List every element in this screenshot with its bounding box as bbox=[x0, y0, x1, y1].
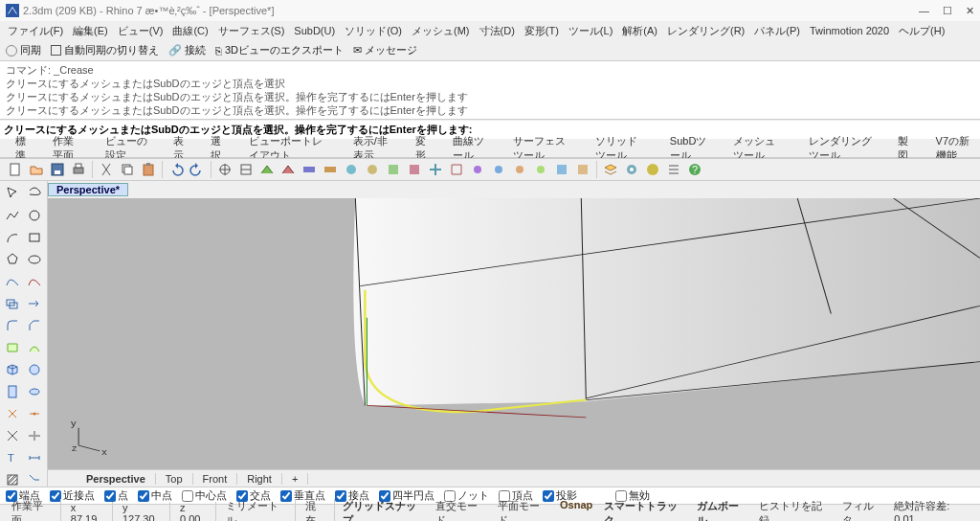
tool-icon[interactable] bbox=[215, 160, 234, 179]
status-ortho[interactable]: 直交モード bbox=[430, 499, 492, 522]
status-planar[interactable]: 平面モード bbox=[492, 499, 554, 522]
tool-icon[interactable] bbox=[447, 160, 466, 179]
circle-icon[interactable] bbox=[24, 205, 45, 226]
pointer-icon[interactable] bbox=[2, 183, 23, 204]
vptab-right[interactable]: Right bbox=[237, 473, 282, 485]
menu-panel[interactable]: パネル(P) bbox=[750, 24, 804, 38]
menu-twinmotion[interactable]: Twinmotion 2020 bbox=[806, 25, 893, 36]
tool-icon[interactable] bbox=[468, 160, 487, 179]
tool-icon[interactable] bbox=[342, 160, 361, 179]
menu-file[interactable]: ファイル(F) bbox=[4, 24, 67, 38]
tool-icon[interactable] bbox=[489, 160, 508, 179]
menu-render[interactable]: レンダリング(R) bbox=[663, 24, 748, 38]
loft-icon[interactable] bbox=[2, 337, 23, 358]
tool-icon[interactable] bbox=[300, 160, 319, 179]
polyline-icon[interactable] bbox=[2, 205, 23, 226]
status-unit[interactable]: ミリメートル bbox=[218, 499, 296, 522]
trim-icon[interactable] bbox=[2, 425, 23, 446]
box-icon[interactable] bbox=[2, 359, 23, 380]
save-icon[interactable] bbox=[48, 160, 67, 179]
options-icon[interactable] bbox=[664, 160, 683, 179]
curve-icon[interactable] bbox=[2, 271, 23, 292]
explode-icon[interactable] bbox=[2, 403, 23, 424]
sphere-icon[interactable] bbox=[24, 359, 45, 380]
tool-icon[interactable] bbox=[573, 160, 592, 179]
status-cplane[interactable]: 作業平面 bbox=[4, 499, 61, 522]
open-icon[interactable] bbox=[27, 160, 46, 179]
revolve-icon[interactable] bbox=[24, 381, 45, 402]
viewport-label[interactable]: Perspective* bbox=[48, 183, 128, 196]
offset-icon[interactable] bbox=[2, 293, 23, 314]
maximize-button[interactable]: ☐ bbox=[943, 5, 952, 17]
new-icon[interactable] bbox=[6, 160, 25, 179]
menu-subd[interactable]: SubD(U) bbox=[290, 25, 339, 36]
tool-icon[interactable] bbox=[257, 160, 277, 179]
extrude-icon[interactable] bbox=[2, 381, 23, 402]
status-gumball[interactable]: ガムボール bbox=[691, 499, 753, 522]
menu-view[interactable]: ビュー(V) bbox=[114, 24, 167, 38]
cut-icon[interactable] bbox=[97, 160, 116, 179]
status-osnap[interactable]: Osnap bbox=[554, 499, 598, 522]
tool-icon[interactable] bbox=[321, 160, 340, 179]
status-history[interactable]: ヒストリを記録 bbox=[753, 499, 835, 522]
rect-icon[interactable] bbox=[24, 227, 45, 248]
help-icon[interactable]: ? bbox=[685, 160, 704, 179]
menu-dim[interactable]: 寸法(D) bbox=[476, 24, 519, 38]
status-filter[interactable]: フィルタ bbox=[836, 499, 889, 522]
chamfer-icon[interactable] bbox=[24, 315, 45, 336]
autosync-toggle[interactable]: 自動同期の切り替え bbox=[51, 43, 159, 57]
arc-icon[interactable] bbox=[2, 227, 23, 248]
layers-icon[interactable] bbox=[601, 160, 620, 179]
sweep-icon[interactable] bbox=[24, 337, 45, 358]
text-icon[interactable]: T bbox=[2, 447, 23, 468]
polygon-icon[interactable] bbox=[2, 249, 23, 270]
minimize-button[interactable]: ― bbox=[919, 5, 929, 17]
lasso-icon[interactable] bbox=[24, 183, 45, 204]
render-icon[interactable] bbox=[643, 160, 662, 179]
status-gridsnap[interactable]: グリッドスナップ bbox=[337, 499, 430, 522]
menu-curve[interactable]: 曲線(C) bbox=[168, 24, 212, 38]
menu-solid[interactable]: ソリッド(O) bbox=[341, 24, 406, 38]
vptab-add[interactable]: + bbox=[282, 473, 308, 485]
message-button[interactable]: ✉メッセージ bbox=[353, 43, 417, 57]
menu-transform[interactable]: 変形(T) bbox=[521, 24, 563, 38]
tool-icon[interactable] bbox=[236, 160, 256, 179]
tool-icon[interactable] bbox=[510, 160, 529, 179]
tool-icon[interactable] bbox=[531, 160, 550, 179]
vptab-front[interactable]: Front bbox=[193, 473, 238, 485]
paste-icon[interactable] bbox=[139, 160, 158, 179]
connect-button[interactable]: 🔗接続 bbox=[168, 43, 206, 57]
sync-button[interactable]: 同期 bbox=[6, 43, 41, 57]
properties-icon[interactable] bbox=[622, 160, 641, 179]
tool-icon[interactable] bbox=[405, 160, 424, 179]
export-3dview-button[interactable]: ⎘3Dビューのエクスポート bbox=[215, 43, 344, 57]
dim-icon[interactable] bbox=[24, 447, 45, 468]
menu-tool[interactable]: ツール(L) bbox=[565, 24, 616, 38]
interp-icon[interactable] bbox=[24, 271, 45, 292]
tool-icon[interactable] bbox=[363, 160, 382, 179]
split-icon[interactable] bbox=[24, 425, 45, 446]
menu-analyze[interactable]: 解析(A) bbox=[618, 24, 661, 38]
fillet-icon[interactable] bbox=[2, 315, 23, 336]
print-icon[interactable] bbox=[69, 160, 88, 179]
status-layer[interactable]: 混在 bbox=[298, 499, 334, 522]
tool-icon[interactable] bbox=[278, 160, 298, 179]
tool-icon[interactable] bbox=[426, 160, 445, 179]
status-smarttrack[interactable]: スマートトラック bbox=[598, 499, 691, 522]
ellipse-icon[interactable] bbox=[24, 249, 45, 270]
tool-icon[interactable] bbox=[552, 160, 571, 179]
menu-edit[interactable]: 編集(E) bbox=[69, 24, 112, 38]
join-icon[interactable] bbox=[24, 403, 45, 424]
tool-icon[interactable] bbox=[384, 160, 403, 179]
redo-icon[interactable] bbox=[188, 160, 207, 179]
menu-surface[interactable]: サーフェス(S) bbox=[214, 24, 289, 38]
menu-help[interactable]: ヘルプ(H) bbox=[895, 24, 948, 38]
menu-mesh[interactable]: メッシュ(M) bbox=[408, 24, 474, 38]
close-button[interactable]: ✕ bbox=[966, 5, 974, 17]
undo-icon[interactable] bbox=[167, 160, 186, 179]
viewport-perspective[interactable]: y z x bbox=[48, 198, 980, 469]
vptab-top[interactable]: Top bbox=[156, 473, 193, 485]
vptab-perspective[interactable]: Perspective bbox=[77, 473, 156, 485]
copy-icon[interactable] bbox=[118, 160, 137, 179]
extend-icon[interactable] bbox=[24, 293, 45, 314]
